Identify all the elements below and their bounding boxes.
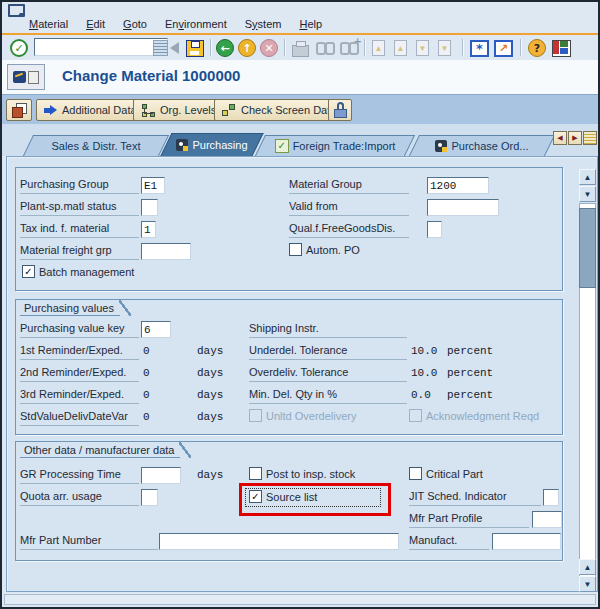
checkbox[interactable]: ✓ (249, 490, 262, 503)
command-history-icon[interactable] (153, 40, 168, 56)
autom-po-checkbox-row[interactable]: Autom. PO (289, 243, 360, 256)
field-label: Qual.f.FreeGoodsDis. (289, 222, 409, 238)
tab-sales-distr-text[interactable]: Sales & Distr. Text (28, 135, 164, 156)
plant-sp-matl-status-input[interactable] (141, 199, 158, 216)
menu-system[interactable]: System (236, 17, 291, 31)
checkbox[interactable] (289, 243, 302, 256)
scroll-up-icon[interactable]: ▲ (579, 169, 596, 185)
field-value: 10.0 (411, 345, 437, 357)
jit-sched-indicator-input[interactable] (543, 489, 559, 506)
checkbox[interactable] (409, 467, 422, 480)
purchasing-value-key-input[interactable] (141, 321, 171, 338)
menu-environment[interactable]: Environment (156, 17, 236, 31)
last-page-icon[interactable]: ▼ (438, 38, 451, 58)
critical-part-checkbox-row[interactable]: Critical Part (409, 467, 483, 480)
next-page-icon[interactable]: ▼ (416, 38, 429, 58)
post-to-insp-stock-checkbox-row[interactable]: Post to insp. stock (249, 467, 355, 480)
menu-material[interactable]: Material (20, 17, 77, 31)
other-data-group-box: Other data / manufacturer data GR Proces… (15, 441, 563, 561)
unit-label: days (197, 345, 223, 357)
screen-icon (435, 140, 447, 152)
field-value: 10.0 (411, 367, 437, 379)
field-label: Min. Del. Qty in % (249, 388, 407, 404)
field-label: Underdel. Tolerance (249, 344, 407, 360)
services-icon-box[interactable] (7, 64, 45, 90)
checkbox[interactable]: ✓ (22, 265, 35, 278)
field-label: 3rd Reminder/Exped. (20, 388, 139, 404)
cancel-icon[interactable]: ✕ (260, 38, 278, 58)
check-screen-data-button[interactable]: Check Screen Data (214, 99, 344, 121)
material-freight-grp-input[interactable] (141, 243, 191, 260)
source-list-checkbox-row[interactable]: ✓ Source list (249, 490, 317, 503)
tab-scroll-left-icon[interactable]: ◀ (553, 131, 567, 145)
page-title: Change Material 1000000 (62, 67, 240, 84)
purchasing-group-input[interactable] (141, 177, 165, 194)
scroll-up-icon[interactable]: ▲ (579, 559, 596, 575)
mfr-part-profile-input[interactable] (532, 511, 562, 528)
find-icon[interactable] (316, 38, 335, 58)
tab-scroll-right-icon[interactable]: ▶ (568, 131, 582, 145)
field-label: Tax ind. f. material (20, 222, 139, 238)
unit-label: percent (447, 389, 493, 401)
quota-arr-usage-input[interactable] (141, 489, 158, 506)
field-label: Overdeliv. Tolerance (249, 366, 407, 382)
tax-ind-f-material-input[interactable] (141, 221, 156, 238)
unltd-overdelivery-checkbox-row: Unltd Overdelivery (249, 409, 356, 422)
mfr-part-number-input[interactable] (159, 533, 399, 550)
tab-foreign-trade-import[interactable]: ✓Foreign Trade:Import (260, 135, 410, 156)
green-check-icon: ✓ (275, 139, 289, 153)
field-label: 1st Reminder/Exped. (20, 344, 139, 360)
field-label: Manufact. (409, 534, 489, 550)
scroll-down-icon[interactable]: ▼ (579, 186, 596, 202)
tab-purchasing[interactable]: Purchasing (166, 133, 258, 156)
clipboard-icon (28, 71, 39, 84)
batch-management-checkbox-row[interactable]: ✓ Batch management (22, 265, 134, 278)
field-value: 0 (143, 367, 150, 379)
help-icon[interactable]: ? (528, 38, 546, 58)
layout-menu-icon[interactable] (552, 38, 571, 58)
horizontal-scrollbar-track[interactable] (4, 594, 596, 605)
checkbox[interactable] (249, 467, 262, 480)
additional-data-button[interactable]: Additional Data (36, 99, 145, 121)
enter-icon[interactable]: ✓ (10, 38, 28, 58)
exit-icon[interactable]: ↑ (238, 38, 256, 58)
gr-processing-time-input[interactable] (141, 467, 181, 484)
group-title: Purchasing values (20, 300, 120, 316)
unit-label: percent (447, 345, 493, 357)
menu-edit[interactable]: Edit (77, 17, 114, 31)
material-group-input[interactable] (427, 177, 489, 194)
previous-page-icon[interactable]: ▲ (394, 38, 407, 58)
menu-help[interactable]: Help (290, 17, 331, 31)
general-purchasing-group-box: Purchasing Group Material Group Plant-sp… (15, 167, 563, 291)
print-icon[interactable] (292, 38, 309, 58)
back-icon[interactable]: ← (216, 38, 234, 58)
collapse-icon[interactable] (170, 38, 179, 58)
menu-goto[interactable]: Goto (114, 17, 156, 31)
new-session-icon[interactable]: * (470, 38, 489, 58)
field-label: StdValueDelivDateVar (20, 410, 139, 426)
screen-icon (176, 139, 188, 151)
field-label: Quota arr. usage (20, 490, 139, 506)
valid-from-input[interactable] (427, 199, 499, 216)
org-levels-button[interactable]: Org. Levels (133, 99, 224, 121)
gui-services-icon (13, 71, 26, 83)
tab-list-icon[interactable] (583, 131, 597, 145)
create-shortcut-icon[interactable]: ↗ (494, 38, 513, 58)
menu-bar: Material Edit Goto Environment System He… (2, 15, 600, 32)
lock-icon (333, 102, 348, 118)
tab-purchase-order-text[interactable]: Purchase Ord... (414, 135, 550, 156)
purchasing-values-group-box: Purchasing values Purchasing value key S… (15, 299, 563, 435)
scroll-down-icon[interactable]: ▼ (579, 576, 596, 592)
field-label: Valid from (289, 200, 409, 216)
vertical-scrollbar-thumb[interactable] (579, 208, 596, 288)
command-field[interactable] (34, 38, 168, 56)
save-icon[interactable] (186, 38, 204, 58)
first-page-icon[interactable]: ▲ (372, 38, 385, 58)
qual-f-freegoodsdis-input[interactable] (427, 221, 442, 238)
display-change-toggle-button[interactable] (6, 99, 32, 121)
field-label: Mfr Part Number (20, 534, 158, 550)
field-label: Plant-sp.matl status (20, 200, 139, 216)
lock-button[interactable] (328, 99, 352, 121)
manufact-input[interactable] (492, 533, 561, 550)
find-next-icon[interactable]: + (340, 38, 359, 58)
